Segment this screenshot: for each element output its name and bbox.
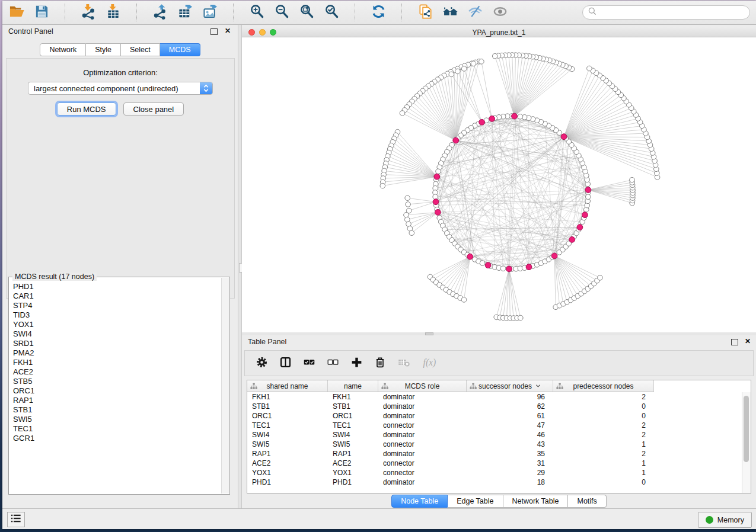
- zoom-fit-content-button[interactable]: [298, 4, 315, 21]
- tab-select[interactable]: Select: [121, 43, 160, 56]
- table-row[interactable]: PHD1PHD1dominator180: [247, 477, 742, 487]
- column-header-MCDS-role[interactable]: MCDS role: [378, 380, 467, 392]
- mcds-result-item[interactable]: PHD1: [13, 282, 221, 291]
- open-session-button[interactable]: [8, 4, 25, 21]
- tab-mcds[interactable]: MCDS: [160, 43, 200, 56]
- mcds-result-list[interactable]: PHD1CAR1STP4TID3YOX1SWI4SRD1PMA2FKH1ACE2…: [9, 280, 221, 493]
- table-row[interactable]: ACE2ACE2connector311: [247, 459, 742, 468]
- mcds-result-item[interactable]: PMA2: [13, 348, 221, 358]
- apply-preferred-layout-button[interactable]: [370, 4, 387, 21]
- search-box[interactable]: [582, 5, 750, 20]
- mcds-result-item[interactable]: CAR1: [13, 291, 221, 301]
- memory-button[interactable]: Memory: [698, 512, 752, 528]
- column-header-successor-nodes[interactable]: successor nodes: [467, 380, 553, 392]
- cell-shared_name: RAP1: [247, 449, 328, 459]
- mcds-result-item[interactable]: STB5: [13, 377, 221, 386]
- network-window-titlebar[interactable]: YPA_prune.txt_1: [242, 27, 756, 37]
- cell-shared_name: PHD1: [247, 477, 328, 487]
- table-float-panel-icon[interactable]: [731, 339, 738, 345]
- table-scrollbar[interactable]: [742, 392, 751, 493]
- save-session-button[interactable]: [33, 4, 50, 21]
- export-network-icon: [152, 4, 168, 22]
- first-neighbors-button[interactable]: [442, 4, 459, 21]
- tab-node-table[interactable]: Node Table: [391, 495, 448, 508]
- main-toolbar: [2, 1, 756, 25]
- delete-table-icon: [397, 356, 410, 371]
- mcds-result-item[interactable]: STB1: [13, 405, 221, 415]
- hide-selected-button[interactable]: [467, 4, 484, 21]
- vertical-splitter[interactable]: [238, 25, 242, 508]
- table-row[interactable]: YOX1YOX1connector291: [247, 468, 742, 477]
- cell-successor_nodes: 46: [467, 430, 553, 440]
- zoom-out-button[interactable]: [273, 4, 291, 21]
- table-panel: Table Panel ✕ f(x) shared namenameMCDS r…: [242, 335, 756, 508]
- mcds-result-item[interactable]: SWI4: [13, 329, 221, 339]
- close-panel-icon[interactable]: ✕: [225, 27, 231, 35]
- close-panel-button[interactable]: Close panel: [123, 102, 184, 116]
- table-row[interactable]: TEC1TEC1connector472: [247, 421, 742, 430]
- tab-motifs[interactable]: Motifs: [568, 495, 606, 508]
- table-row[interactable]: SWI5SWI5connector431: [247, 440, 742, 449]
- column-header-label: successor nodes: [479, 382, 532, 390]
- delete-table-button: [397, 356, 410, 371]
- right-region: YPA_prune.txt_1 Table Panel ✕ f(x) share…: [242, 25, 756, 508]
- table-row[interactable]: FKH1FKH1dominator962: [247, 392, 742, 402]
- mcds-result-item[interactable]: YOX1: [13, 320, 221, 329]
- table-scrollbar-thumb[interactable]: [744, 396, 749, 462]
- table-row[interactable]: ORC1ORC1dominator610: [247, 411, 742, 421]
- delete-column-button[interactable]: [374, 356, 386, 371]
- optimization-criterion-label: Optimization criterion:: [7, 68, 234, 77]
- export-network-button[interactable]: [152, 4, 169, 21]
- table-close-panel-icon[interactable]: ✕: [745, 337, 751, 345]
- show-console-button[interactable]: [7, 512, 25, 527]
- tab-network-table[interactable]: Network Table: [503, 495, 569, 508]
- export-image-button[interactable]: [202, 4, 219, 21]
- cell-name: ORC1: [328, 411, 378, 421]
- deselect-all-checkboxes-button[interactable]: [327, 356, 339, 371]
- column-header-shared-name[interactable]: shared name: [247, 380, 328, 392]
- float-panel-icon[interactable]: [210, 28, 218, 35]
- mcds-result-item[interactable]: RAP1: [13, 396, 221, 405]
- mcds-result-item[interactable]: TEC1: [13, 424, 221, 434]
- sort-chevron-icon[interactable]: [535, 384, 541, 388]
- mcds-result-item[interactable]: SRD1: [13, 339, 221, 348]
- zoom-out-icon: [274, 4, 290, 22]
- network-canvas[interactable]: [242, 37, 756, 332]
- cell-successor_nodes: 96: [467, 392, 553, 402]
- select-all-checkboxes-button[interactable]: [303, 356, 315, 371]
- import-network-from-file-button[interactable]: [80, 4, 97, 21]
- run-mcds-button[interactable]: Run MCDS: [57, 102, 116, 116]
- tab-style[interactable]: Style: [86, 43, 121, 56]
- show-all-button[interactable]: [492, 4, 509, 21]
- import-table-from-file-button[interactable]: [105, 4, 122, 21]
- mcds-result-item[interactable]: GCR1: [13, 434, 221, 443]
- mcds-result-item[interactable]: ORC1: [13, 386, 221, 396]
- tab-edge-table[interactable]: Edge Table: [448, 495, 503, 508]
- zoom-in-button[interactable]: [248, 4, 266, 21]
- table-row[interactable]: STB1STB1dominator620: [247, 402, 742, 411]
- mcds-result-item[interactable]: TID3: [13, 310, 221, 320]
- add-column-button[interactable]: [350, 356, 363, 371]
- mcds-result-item[interactable]: STP4: [13, 301, 221, 310]
- table-settings-gear-button[interactable]: [256, 356, 268, 371]
- table-row[interactable]: SWI4SWI4dominator462: [247, 430, 742, 440]
- node-table: shared namenameMCDS rolesuccessor nodesp…: [247, 380, 751, 493]
- search-input[interactable]: [599, 8, 745, 17]
- mcds-result-item[interactable]: FKH1: [13, 358, 221, 367]
- cell-mcds_role: dominator: [378, 411, 467, 421]
- export-table-button[interactable]: [177, 4, 194, 21]
- table-row[interactable]: RAP1RAP1dominator352: [247, 449, 742, 459]
- column-header-predecessor-nodes[interactable]: predecessor nodes: [553, 380, 654, 392]
- column-header-label: name: [344, 382, 362, 390]
- mcds-result-item[interactable]: SWI5: [13, 415, 221, 424]
- optimization-criterion-dropdown[interactable]: largest connected component (undirected): [28, 82, 213, 95]
- clone-network-button[interactable]: [417, 4, 434, 21]
- mcds-result-item[interactable]: ACE2: [13, 367, 221, 377]
- tab-network[interactable]: Network: [40, 43, 86, 56]
- column-header-name[interactable]: name: [328, 380, 378, 392]
- network-graph[interactable]: [242, 37, 756, 332]
- mcds-result-scrollbar[interactable]: [221, 278, 229, 493]
- toolbar-separator: [401, 4, 403, 21]
- zoom-selected-region-button[interactable]: [323, 4, 340, 21]
- column-visibility-button[interactable]: [279, 356, 292, 371]
